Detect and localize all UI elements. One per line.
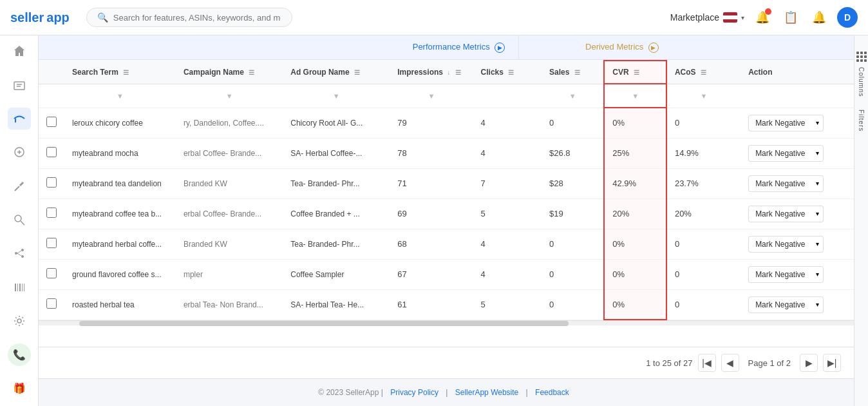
page-prev-btn[interactable]: ◀: [721, 354, 739, 372]
mark-negative-button[interactable]: Mark Negative: [748, 145, 811, 162]
svg-line-15: [17, 251, 21, 253]
campaign-filter-icon[interactable]: ☰: [249, 69, 255, 75]
ad-group-filter-icon[interactable]: ☰: [354, 69, 361, 75]
search-icon: 🔍: [97, 12, 108, 23]
columns-label[interactable]: Columns: [858, 67, 865, 97]
sidebar-item-puzzle[interactable]: [8, 141, 31, 163]
avatar[interactable]: D: [837, 7, 858, 28]
row-checkbox[interactable]: [46, 117, 57, 127]
row-checkbox[interactable]: [46, 238, 57, 248]
mark-negative-dropdown-button[interactable]: ▾: [812, 115, 824, 131]
filter-impressions[interactable]: ▼: [390, 84, 473, 108]
filter-clicks[interactable]: [473, 84, 542, 108]
filter-icon-search-term[interactable]: ▼: [117, 92, 124, 100]
mark-negative-group: Mark Negative ▾: [748, 145, 846, 162]
mark-negative-dropdown-button[interactable]: ▾: [812, 145, 824, 162]
impressions-sort-icon[interactable]: ↓: [447, 69, 450, 76]
sidebar-item-reports[interactable]: [8, 74, 31, 96]
table-row: ground flavored coffee s... mpler Coffee…: [39, 259, 854, 289]
calendar-button[interactable]: 📋: [780, 7, 801, 28]
table-scroll[interactable]: Performance Metrics ▶ Derived Metrics ▶: [39, 35, 854, 347]
filter-icon-ad-group[interactable]: ▼: [333, 92, 340, 100]
cvr-filter-icon[interactable]: ☰: [634, 69, 640, 75]
campaign-name-header[interactable]: Campaign Name ☰: [176, 61, 283, 84]
row-checkbox[interactable]: [46, 268, 57, 278]
mark-negative-button[interactable]: Mark Negative: [748, 115, 811, 131]
search-input[interactable]: [113, 13, 281, 23]
sidebar-item-search[interactable]: [8, 209, 31, 231]
filter-icon-sales[interactable]: ▼: [569, 92, 576, 100]
mark-negative-button[interactable]: Mark Negative: [748, 175, 811, 192]
row-checkbox-cell[interactable]: [39, 259, 64, 289]
search-term-filter-icon[interactable]: ☰: [123, 69, 129, 75]
mark-negative-dropdown-button[interactable]: ▾: [812, 236, 824, 253]
marketplace-button[interactable]: Marketplace ▾: [670, 12, 744, 23]
page-next-btn[interactable]: ▶: [800, 354, 818, 372]
mark-negative-dropdown-button[interactable]: ▾: [812, 206, 824, 222]
footer-privacy-link[interactable]: Privacy Policy: [390, 388, 439, 397]
filter-icon-cvr[interactable]: ▼: [632, 92, 639, 100]
clicks-header[interactable]: Clicks ☰: [473, 61, 542, 84]
filter-cvr[interactable]: ▼: [604, 84, 666, 108]
impressions-header[interactable]: Impressions ↓ ☰: [390, 61, 473, 84]
acos-cell: 0: [666, 229, 741, 259]
svg-line-16: [17, 253, 21, 256]
chevron-down-icon: ▾: [816, 119, 819, 126]
row-checkbox-cell[interactable]: [39, 229, 64, 259]
footer-feedback-link[interactable]: Feedback: [535, 388, 569, 397]
filter-sales[interactable]: ▼: [542, 84, 604, 108]
row-checkbox[interactable]: [46, 208, 57, 218]
filter-acos[interactable]: ▼: [666, 84, 741, 108]
sidebar-item-barcode[interactable]: [8, 276, 31, 298]
main-content: Performance Metrics ▶ Derived Metrics ▶: [39, 35, 854, 406]
clicks-filter-icon[interactable]: ☰: [508, 69, 514, 75]
acos-header[interactable]: ACoS ☰: [666, 61, 741, 84]
filters-label[interactable]: Filters: [858, 110, 865, 131]
page-first-btn[interactable]: |◀: [698, 354, 716, 372]
acos-filter-icon[interactable]: ☰: [701, 69, 707, 75]
alert-button[interactable]: 🔔: [809, 7, 829, 28]
row-checkbox-cell[interactable]: [39, 289, 64, 320]
footer-website-link[interactable]: SellerApp Website: [455, 388, 519, 397]
filter-icon-acos[interactable]: ▼: [701, 92, 708, 100]
row-checkbox-cell[interactable]: [39, 108, 64, 138]
mark-negative-dropdown-button[interactable]: ▾: [812, 175, 824, 192]
filter-ad-group[interactable]: ▼: [283, 84, 390, 108]
section-headers: Performance Metrics ▶ Derived Metrics ▶: [39, 35, 854, 60]
impressions-filter-icon[interactable]: ☰: [455, 69, 462, 75]
row-checkbox[interactable]: [46, 298, 57, 309]
row-checkbox-cell[interactable]: [39, 198, 64, 229]
sidebar-item-phone[interactable]: 📞: [8, 343, 31, 365]
row-checkbox-cell[interactable]: [39, 168, 64, 198]
mark-negative-dropdown-button[interactable]: ▾: [812, 266, 824, 283]
filter-icon-campaign[interactable]: ▼: [226, 92, 233, 100]
filter-campaign[interactable]: ▼: [176, 84, 283, 108]
scrollbar-thumb[interactable]: [79, 321, 569, 326]
filter-icon-impressions[interactable]: ▼: [428, 92, 435, 100]
sales-header[interactable]: Sales ☰: [542, 61, 604, 84]
sidebar-item-settings[interactable]: [8, 310, 31, 332]
sales-filter-icon[interactable]: ☰: [574, 69, 581, 75]
page-last-btn[interactable]: ▶|: [823, 354, 841, 372]
sidebar-item-tools[interactable]: [8, 175, 31, 197]
filter-search-term[interactable]: ▼: [64, 84, 176, 108]
sidebar-item-home[interactable]: [8, 40, 31, 62]
row-checkbox[interactable]: [46, 147, 57, 157]
mark-negative-button[interactable]: Mark Negative: [748, 236, 811, 253]
cvr-header[interactable]: CVR ☰: [604, 61, 666, 84]
notification-button[interactable]: 🔔: [752, 7, 773, 28]
mark-negative-button[interactable]: Mark Negative: [748, 296, 811, 313]
section-action-spacer: [725, 35, 841, 59]
mark-negative-dropdown-button[interactable]: ▾: [812, 296, 824, 313]
sidebar-item-ads[interactable]: [8, 108, 31, 130]
sidebar-item-nodes[interactable]: [8, 242, 31, 264]
sidebar-item-gift[interactable]: 🎁: [8, 378, 31, 400]
ad-group-header[interactable]: Ad Group Name ☰: [283, 61, 390, 84]
cvr-cell: 0%: [604, 289, 666, 320]
row-checkbox-cell[interactable]: [39, 138, 64, 168]
mark-negative-button[interactable]: Mark Negative: [748, 206, 811, 222]
mark-negative-button[interactable]: Mark Negative: [748, 266, 811, 283]
search-term-header[interactable]: Search Term ☰: [64, 61, 176, 84]
search-bar[interactable]: 🔍: [86, 8, 292, 27]
row-checkbox[interactable]: [46, 177, 57, 188]
